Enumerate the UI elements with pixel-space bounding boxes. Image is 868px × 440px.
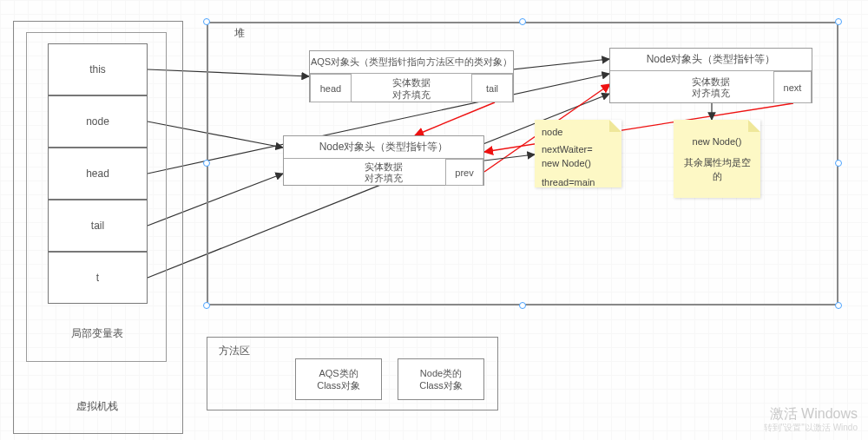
node-body-line: 实体数据 <box>365 161 403 173</box>
node-object-a-box: Node对象头（类型指针等） 实体数据 对齐填充 next <box>609 48 812 103</box>
stack-slot-label: t <box>96 272 99 284</box>
heap-label: 堆 <box>234 26 245 41</box>
node-b-prev-field: prev <box>445 159 483 186</box>
selection-handle[interactable] <box>835 160 842 167</box>
aqs-head-field: head <box>310 74 352 102</box>
classbox-text: Node类的 Class对象 <box>419 367 463 391</box>
method-area-label: 方法区 <box>219 344 250 358</box>
selection-handle[interactable] <box>835 18 842 25</box>
selection-handle[interactable] <box>835 302 842 309</box>
stack-slot-label: node <box>86 115 109 128</box>
selection-handle[interactable] <box>203 302 210 309</box>
note-line: new Node() <box>681 135 753 148</box>
aqs-class-object-box: AQS类的 Class对象 <box>295 358 382 400</box>
node-a-next-field: next <box>773 71 812 103</box>
node-body-line: 实体数据 <box>692 76 730 88</box>
vm-stack-label: 虚拟机栈 <box>62 399 132 414</box>
stack-slot-head: head <box>48 148 148 200</box>
note-line: 其余属性均是空的 <box>681 155 753 183</box>
watermark-line: 激活 Windows <box>764 407 858 421</box>
aqs-object-header: AQS对象头（类型指针指向方法区中的类对象） <box>310 51 513 74</box>
note-node: node nextWaiter= new Node() thread=main <box>535 120 621 187</box>
aqs-tail-field: tail <box>471 74 513 102</box>
node-body-line: 对齐填充 <box>692 88 730 99</box>
selection-handle[interactable] <box>203 18 210 25</box>
note-new-node: new Node() 其余属性均是空的 <box>674 120 760 198</box>
stack-slot-t: t <box>48 252 148 304</box>
stack-slot-this: this <box>48 43 148 95</box>
selection-handle[interactable] <box>203 160 210 167</box>
aqs-body-line: 实体数据 <box>392 76 431 89</box>
classbox-text: AQS类的 Class对象 <box>317 367 360 391</box>
note-line: thread=main <box>542 175 615 189</box>
aqs-body-line: 对齐填充 <box>392 89 431 101</box>
selection-handle[interactable] <box>519 302 526 309</box>
stack-slot-label: head <box>86 167 109 180</box>
local-variable-table-label: 局部变量表 <box>62 326 132 341</box>
note-title: node <box>542 125 615 139</box>
windows-activation-watermark: 激活 Windows 转到"设置"以激活 Windo <box>764 407 858 435</box>
node-body-line: 对齐填充 <box>365 173 403 184</box>
node-a-header: Node对象头（类型指针等） <box>610 49 812 71</box>
node-object-b-box: Node对象头（类型指针等） 实体数据 对齐填充 prev <box>283 135 484 186</box>
stack-slot-label: this <box>89 63 106 76</box>
stack-slot-tail: tail <box>48 200 148 252</box>
node-b-header: Node对象头（类型指针等） <box>284 136 483 159</box>
note-line: nextWaiter= new Node() <box>542 142 615 170</box>
watermark-line: 转到"设置"以激活 Windo <box>764 421 858 435</box>
stack-slot-label: tail <box>91 220 104 232</box>
aqs-object-box: AQS对象头（类型指针指向方法区中的类对象） 实体数据 对齐填充 head ta… <box>309 50 514 102</box>
selection-handle[interactable] <box>519 18 526 25</box>
stack-slot-node: node <box>48 95 148 148</box>
node-class-object-box: Node类的 Class对象 <box>398 358 484 400</box>
